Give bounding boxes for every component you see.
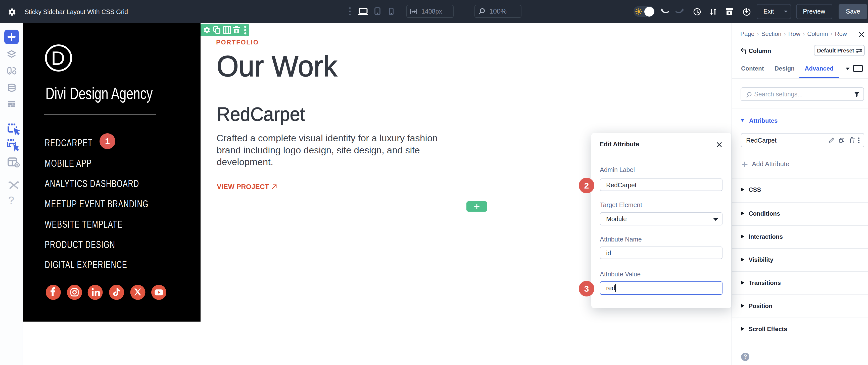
svg-text:D: D <box>51 47 65 69</box>
